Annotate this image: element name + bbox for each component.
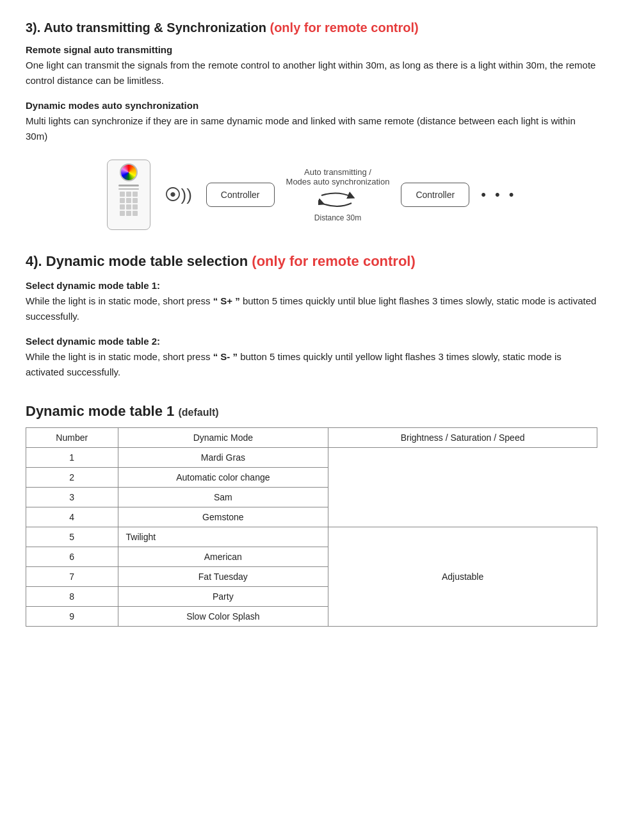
sub1-text: One light can transmit the signals from … <box>26 58 597 88</box>
diagram-label-above: Auto transmitting / Modes auto synchroni… <box>286 167 390 186</box>
col-mode-header: Dynamic Mode <box>118 428 328 448</box>
remote-grid-cell <box>126 211 131 216</box>
table-row: 3Sam <box>26 488 597 507</box>
cell-number: 1 <box>26 448 118 468</box>
cell-number: 9 <box>26 607 118 627</box>
col-bss-header: Brightness / Saturation / Speed <box>328 428 597 448</box>
dyn-table-default: (default) <box>178 407 218 418</box>
cell-mode: Automatic color change <box>118 468 328 488</box>
dyn-table-title: Dynamic mode table 1 (default) <box>26 403 597 420</box>
remote-grid-cell <box>120 192 125 197</box>
remote-grid-cell <box>126 204 131 210</box>
cell-number: 4 <box>26 507 118 527</box>
section-3-main: Auto transmitting & Synchronization <box>40 21 266 35</box>
section-4-num: 4). <box>26 253 42 269</box>
remote-color-wheel <box>120 163 138 181</box>
remote-grid-cell <box>133 198 138 203</box>
remote-button-grid <box>120 192 138 216</box>
ellipsis-dots: • • • <box>481 186 516 203</box>
table2-select-text: While the light is in static mode, short… <box>26 349 597 380</box>
sub1-title: Remote signal auto transmitting <box>26 44 597 55</box>
table1-text-pre: While the light is in static mode, short… <box>26 295 213 306</box>
section-4-main: Dynamic mode table selection <box>42 253 248 269</box>
remote-grid-cell <box>126 198 131 203</box>
arrow-diagram-wrapper: Auto transmitting / Modes auto synchroni… <box>286 167 390 222</box>
table2-text-pre: While the light is in static mode, short… <box>26 351 213 362</box>
dynamic-mode-table: Number Dynamic Mode Brightness / Saturat… <box>26 427 597 627</box>
cell-number: 5 <box>26 527 118 547</box>
cell-mode: Mardi Gras <box>118 448 328 468</box>
remote-grid-cell <box>120 198 125 203</box>
table1-select-text: While the light is in static mode, short… <box>26 293 597 324</box>
cell-number: 7 <box>26 567 118 587</box>
table-header-row: Number Dynamic Mode Brightness / Saturat… <box>26 428 597 448</box>
controller-box-1: Controller <box>206 183 275 207</box>
diagram-label-below: Distance 30m <box>314 213 361 222</box>
section-3: 3). Auto transmitting & Synchronization … <box>26 21 597 230</box>
dynamic-mode-table-section: Dynamic mode table 1 (default) Number Dy… <box>26 403 597 627</box>
sub2-text: Multi lights can synchronize if they are… <box>26 113 597 144</box>
remote-grid-cell <box>133 211 138 216</box>
col-number-header: Number <box>26 428 118 448</box>
table-row: 4Gemstone <box>26 507 597 527</box>
section-4-highlight: (only for remote control) <box>248 253 416 269</box>
controller-1-label: Controller <box>221 190 260 200</box>
cell-number: 2 <box>26 468 118 488</box>
table1-btn-label: “ S+ ” <box>213 295 240 306</box>
table2-select-block: Select dynamic mode table 2: While the l… <box>26 336 597 380</box>
table-row: 2Automatic color change <box>26 468 597 488</box>
cell-number: 6 <box>26 547 118 567</box>
remote-line-1 <box>118 185 139 186</box>
table2-btn-label: “ S- ” <box>213 351 238 362</box>
cell-mode: Twilight <box>118 527 328 547</box>
remote-control-image <box>107 160 150 230</box>
cell-number: 8 <box>26 587 118 607</box>
dyn-table-name: Dynamic mode table 1 <box>26 403 174 419</box>
section-4: 4). Dynamic mode table selection (only f… <box>26 253 597 380</box>
section-3-title: 3). Auto transmitting & Synchronization … <box>26 21 597 35</box>
sub2-block: Dynamic modes auto synchronization Multi… <box>26 100 597 144</box>
label-line-2: Modes auto synchronization <box>286 177 390 186</box>
remote-grid-cell <box>133 192 138 197</box>
table2-select-title: Select dynamic mode table 2: <box>26 336 597 347</box>
sub2-title: Dynamic modes auto synchronization <box>26 100 597 111</box>
table-row: 5TwilightAdjustable <box>26 527 597 547</box>
cell-mode: Sam <box>118 488 328 507</box>
table-row: 1Mardi Gras <box>26 448 597 468</box>
signal-waves-icon: ⦿)) <box>165 185 192 205</box>
table1-select-title: Select dynamic mode table 1: <box>26 280 597 291</box>
remote-line-2 <box>118 188 139 190</box>
remote-grid-cell <box>120 204 125 210</box>
diagram-area: ⦿)) Controller Auto transmitting / Modes… <box>26 160 597 230</box>
section-3-num: 3). <box>26 21 40 35</box>
section-3-highlight: (only for remote control) <box>266 21 419 35</box>
table1-select-block: Select dynamic mode table 1: While the l… <box>26 280 597 324</box>
cell-mode: American <box>118 547 328 567</box>
arrows-svg <box>318 189 357 212</box>
cell-number: 3 <box>26 488 118 507</box>
cell-mode: Slow Color Splash <box>118 607 328 627</box>
cell-mode: Gemstone <box>118 507 328 527</box>
cell-mode: Fat Tuesday <box>118 567 328 587</box>
cell-mode: Party <box>118 587 328 607</box>
cell-adjustable: Adjustable <box>328 527 597 627</box>
controller-box-2: Controller <box>401 183 469 207</box>
section-4-title: 4). Dynamic mode table selection (only f… <box>26 253 597 270</box>
remote-grid-cell <box>120 211 125 216</box>
remote-grid-cell <box>133 204 138 210</box>
label-line-1: Auto transmitting / <box>304 167 371 177</box>
sub1-block: Remote signal auto transmitting One ligh… <box>26 44 597 88</box>
controller-2-label: Controller <box>416 190 455 200</box>
remote-grid-cell <box>126 192 131 197</box>
